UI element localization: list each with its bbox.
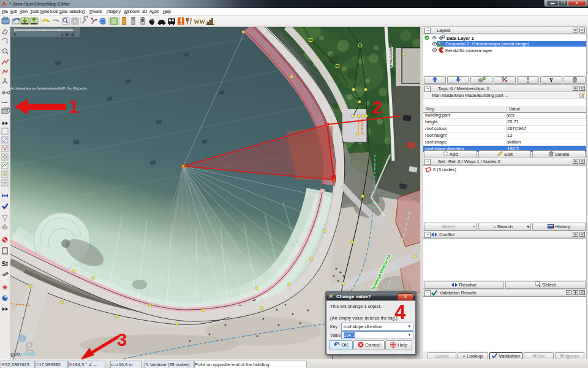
svg-text:geoportal: geoportal <box>10 351 36 357</box>
svg-text:Archikatedralna pw. Wniebowzię: Archikatedralna pw. Wniebowzięcia NMP i … <box>10 86 87 90</box>
svg-text:2: 2 <box>372 98 382 117</box>
svg-text:0: 0 <box>13 33 16 37</box>
svg-text:3: 3 <box>117 330 127 350</box>
svg-text:roof:slope:di..: roof:slope:di.. <box>361 119 364 136</box>
svg-text:1: 1 <box>69 97 78 117</box>
svg-text:©Mapy Wojewódzkiego Ośrodka Do: ©Mapy Wojewódzkiego Ośrodka Dok. Geod. i… <box>330 355 420 359</box>
svg-text:0u..: 0u.. <box>357 152 362 155</box>
svg-text:4.56 m: 4.56 m <box>61 33 75 37</box>
svg-text:W: W <box>199 18 205 25</box>
svg-text:St: St <box>2 261 9 267</box>
svg-text:Wieżowa: Wieżowa <box>388 48 394 67</box>
